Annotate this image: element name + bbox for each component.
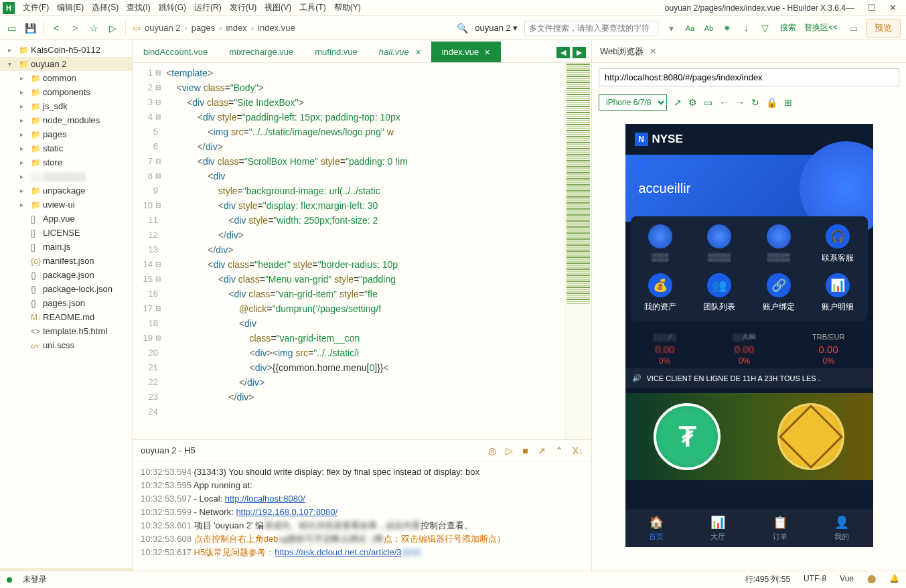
editor-tab[interactable]: mixrecharge.vue bbox=[218, 42, 304, 62]
menu-item[interactable]: 跳转(G) bbox=[156, 1, 189, 15]
tab-close-icon[interactable]: ✕ bbox=[484, 48, 490, 56]
export-icon[interactable]: ↗ bbox=[538, 445, 546, 456]
phone-menu-item[interactable]: 📊 账户明细 bbox=[808, 273, 868, 313]
tab-next-icon[interactable]: ▶ bbox=[573, 47, 586, 58]
phone-menu-item[interactable]: ░░░ bbox=[631, 224, 690, 264]
search-input[interactable] bbox=[524, 21, 658, 35]
tree-item[interactable]: ▸ 📁 pages bbox=[0, 127, 132, 141]
editor-tab[interactable]: mufind.vue bbox=[304, 42, 368, 62]
menu-item[interactable]: 编辑(E) bbox=[54, 1, 86, 15]
debug-icon[interactable]: ▷ bbox=[506, 445, 513, 456]
panel-icon[interactable]: ▭ bbox=[847, 22, 859, 34]
minimap[interactable] bbox=[564, 63, 591, 439]
browser-back-icon[interactable]: ← bbox=[719, 97, 729, 108]
close-console-icon[interactable]: X↓ bbox=[573, 445, 583, 456]
editor-tab[interactable]: bindAccount.vue bbox=[133, 42, 218, 62]
tree-item[interactable]: {o} manifest.json bbox=[0, 254, 132, 268]
menu-item[interactable]: 发行(U) bbox=[227, 1, 260, 15]
login-status[interactable]: 未登录 bbox=[23, 574, 47, 585]
tree-item[interactable]: ᔕ uni.scss bbox=[0, 338, 132, 352]
phone-nav-item[interactable]: 📋 订单 bbox=[749, 510, 812, 547]
tree-item[interactable]: [] main.js bbox=[0, 240, 132, 254]
menu-item[interactable]: 帮助(Y) bbox=[331, 1, 364, 15]
encoding[interactable]: UTF-8 bbox=[804, 574, 826, 585]
tree-item[interactable]: ▸ 📁 uview-ui bbox=[0, 198, 132, 212]
menu-item[interactable]: 视图(V) bbox=[262, 1, 294, 15]
regex-icon[interactable]: ⁕ bbox=[721, 22, 733, 34]
browser-url-input[interactable] bbox=[599, 68, 899, 86]
menu-item[interactable]: 选择(S) bbox=[89, 1, 121, 15]
tree-item[interactable]: ▸ ░░ ░░░░░░░ bbox=[0, 169, 132, 183]
tree-item[interactable]: ▸ 📁 unpackage bbox=[0, 183, 132, 198]
search-button[interactable]: 搜索 bbox=[780, 23, 796, 32]
tree-item[interactable]: [] App.vue bbox=[0, 212, 132, 226]
forward-icon[interactable]: > bbox=[69, 22, 81, 34]
tree-item[interactable]: ▸ 📁 static bbox=[0, 141, 132, 155]
phone-menu-item[interactable]: 🔗 账户绑定 bbox=[749, 273, 809, 313]
filter-icon[interactable]: ▽ bbox=[759, 22, 771, 34]
new-file-icon[interactable]: ▭ bbox=[5, 22, 17, 34]
tree-item[interactable]: ▸ 📁 store bbox=[0, 155, 132, 169]
open-external-icon[interactable]: ↗ bbox=[674, 97, 682, 108]
breadcrumb-item[interactable]: pages bbox=[192, 23, 215, 33]
dropdown-icon[interactable]: ▾ bbox=[665, 22, 677, 34]
browser-forward-icon[interactable]: → bbox=[735, 97, 745, 108]
tree-item[interactable]: {} pages.json bbox=[0, 296, 132, 310]
tree-item[interactable]: {} package-lock.json bbox=[0, 282, 132, 296]
phone-menu-item[interactable]: 👥 团队列表 bbox=[690, 273, 749, 313]
tree-item[interactable]: ▸ 📁 js_sdk bbox=[0, 99, 132, 113]
tree-item[interactable]: ▸ 📁 components bbox=[0, 85, 132, 99]
word-icon[interactable]: Ab bbox=[702, 22, 714, 34]
console-link[interactable]: http://192.168.0.107:8080/ bbox=[236, 507, 337, 517]
tree-item[interactable]: [] LICENSE bbox=[0, 226, 132, 240]
browser-refresh-icon[interactable]: ↻ bbox=[751, 97, 759, 108]
phone-nav-item[interactable]: 👤 我的 bbox=[811, 510, 873, 547]
editor-tab[interactable]: index.vue✕ bbox=[431, 42, 502, 62]
menu-item[interactable]: 工具(T) bbox=[297, 1, 328, 15]
maximize-icon[interactable]: ☐ bbox=[868, 3, 876, 13]
run-icon[interactable]: ▷ bbox=[106, 22, 119, 34]
phone-nav-item[interactable]: 🏠 首页 bbox=[625, 510, 688, 547]
console-link[interactable]: http://localhost:8080/ bbox=[225, 494, 305, 504]
collapse-icon[interactable]: ⌃ bbox=[555, 445, 563, 456]
tree-item[interactable]: ▾ 📁 ouyuan 2 bbox=[0, 57, 132, 71]
menu-item[interactable]: 运行(R) bbox=[192, 1, 224, 15]
tab-close-icon[interactable]: ✕ bbox=[414, 48, 421, 56]
devtools-icon[interactable]: ⚙ bbox=[688, 97, 697, 108]
text-icon[interactable]: Aa bbox=[684, 22, 696, 34]
save-icon[interactable]: 💾 bbox=[24, 22, 36, 34]
tree-item[interactable]: <> template.h5.html bbox=[0, 324, 132, 338]
search-toggle-icon[interactable]: 🔍 bbox=[456, 22, 468, 34]
arrow-down-icon[interactable]: ↓ bbox=[740, 22, 752, 34]
breadcrumb-item[interactable]: index.vue bbox=[258, 23, 295, 33]
tree-item[interactable]: M↓ README.md bbox=[0, 310, 132, 324]
code-editor[interactable]: 1⊟2⊟3⊟4⊟567⊟8⊟910⊟11121314⊟15⊟1617⊟1819⊟… bbox=[133, 63, 591, 439]
browser-tab-label[interactable]: Web浏览器 bbox=[600, 46, 644, 58]
minimize-icon[interactable]: — bbox=[846, 3, 854, 13]
stop-icon[interactable]: ■ bbox=[522, 445, 528, 456]
qr-icon[interactable]: ⊞ bbox=[784, 97, 792, 108]
bell-icon[interactable]: 🔔 bbox=[889, 574, 899, 585]
tab-prev-icon[interactable]: ◀ bbox=[556, 47, 570, 58]
phone-preview[interactable]: N NYSE accueillir ░░░ ░░░░ ░░░░ 🎧 联系客服 💰… bbox=[625, 124, 873, 547]
phone-menu-item[interactable]: 💰 我的资产 bbox=[631, 273, 690, 313]
editor-tab[interactable]: hall.vue✕ bbox=[368, 42, 431, 62]
back-icon[interactable]: < bbox=[50, 22, 62, 34]
ticker-item[interactable]: ░░/UR 0.00 0% bbox=[733, 333, 756, 366]
replace-button[interactable]: 替换区<< bbox=[804, 23, 838, 32]
tree-item[interactable]: ▸ 📁 node_modules bbox=[0, 113, 132, 127]
tree-item[interactable]: {} package.json bbox=[0, 268, 132, 282]
ticker-item[interactable]: TRB/EUR 0.00 0% bbox=[812, 333, 844, 366]
phone-menu-item[interactable]: ░░░░ bbox=[690, 224, 749, 264]
phone-menu-item[interactable]: 🎧 联系客服 bbox=[808, 224, 868, 264]
device-select[interactable]: iPhone 6/7/8 bbox=[599, 94, 667, 111]
close-icon[interactable]: ✕ bbox=[889, 3, 897, 13]
preview-button[interactable]: 预览 bbox=[866, 19, 901, 38]
tree-item[interactable]: ▸ 📁 common bbox=[0, 71, 132, 85]
phone-nav-item[interactable]: 📊 大厅 bbox=[687, 510, 749, 547]
language-mode[interactable]: Vue bbox=[840, 574, 854, 585]
sync-status-icon[interactable]: ⬤ bbox=[867, 574, 876, 585]
browser-tab-close-icon[interactable]: ✕ bbox=[650, 46, 657, 56]
star-icon[interactable]: ☆ bbox=[88, 22, 100, 34]
menu-item[interactable]: 文件(F) bbox=[20, 1, 52, 15]
